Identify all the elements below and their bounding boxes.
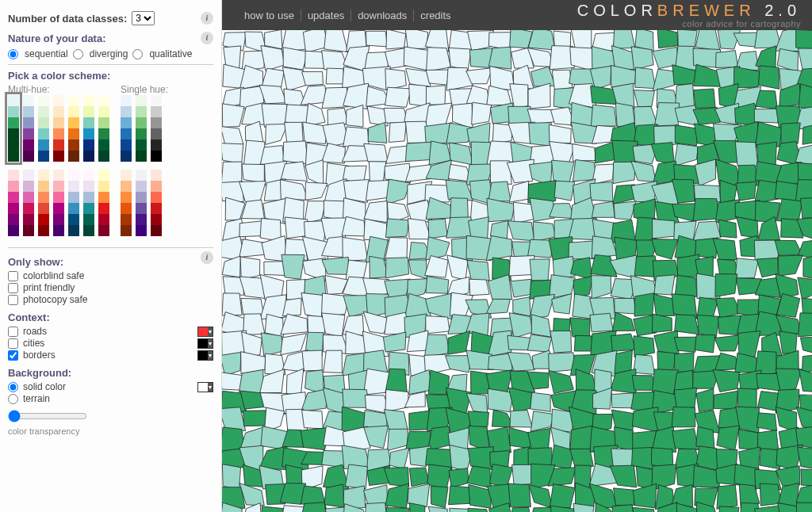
- color-ramp[interactable]: [38, 95, 49, 162]
- nav-downloads[interactable]: downloads: [351, 10, 414, 21]
- county-polygon: [282, 254, 304, 279]
- county-polygon: [530, 392, 551, 411]
- color-ramp[interactable]: [23, 170, 34, 236]
- county-polygon: [324, 350, 343, 373]
- county-polygon: [427, 426, 451, 451]
- county-polygon: [798, 277, 812, 300]
- context-option[interactable]: roads▾: [8, 326, 213, 337]
- nav-updates[interactable]: updates: [301, 10, 351, 21]
- county-polygon: [405, 30, 428, 49]
- nature-option[interactable]: sequential: [8, 48, 68, 59]
- county-polygon: [486, 299, 510, 314]
- county-polygon: [262, 506, 284, 512]
- county-polygon: [241, 298, 264, 315]
- color-ramp[interactable]: [136, 170, 147, 236]
- color-ramp[interactable]: [83, 95, 94, 162]
- county-polygon: [385, 483, 408, 508]
- color-ramp[interactable]: [8, 170, 19, 236]
- color-ramp[interactable]: [68, 170, 79, 236]
- transparency-label: color transparency: [8, 426, 213, 436]
- county-polygon: [508, 221, 534, 241]
- color-ramp[interactable]: [121, 95, 132, 162]
- county-polygon: [654, 275, 675, 295]
- color-ramp[interactable]: [8, 95, 19, 162]
- county-polygon: [513, 297, 531, 317]
- context-option[interactable]: cities▾: [8, 338, 213, 349]
- county-polygon: [614, 201, 636, 220]
- county-polygon: [674, 337, 697, 352]
- county-polygon: [529, 485, 553, 509]
- county-polygon: [549, 124, 571, 143]
- county-polygon: [531, 315, 551, 337]
- county-polygon: [775, 240, 802, 255]
- background-option[interactable]: solid color▾: [8, 381, 213, 392]
- color-ramp[interactable]: [136, 95, 147, 162]
- county-polygon: [574, 335, 592, 351]
- county-polygon: [467, 261, 489, 281]
- county-polygon: [488, 275, 511, 300]
- county-polygon: [385, 69, 406, 90]
- county-polygon: [428, 370, 449, 395]
- county-polygon: [283, 48, 308, 70]
- county-polygon: [554, 181, 575, 201]
- county-polygon: [736, 181, 756, 201]
- nav-credits[interactable]: credits: [414, 10, 457, 21]
- county-polygon: [674, 143, 699, 166]
- num-classes-select[interactable]: 3: [132, 11, 155, 25]
- nature-option[interactable]: diverging: [73, 48, 128, 59]
- county-polygon: [427, 48, 451, 72]
- transparency-slider[interactable]: [8, 410, 87, 422]
- nav-howto[interactable]: how to use: [238, 10, 301, 21]
- county-polygon: [385, 87, 412, 107]
- county-polygon: [240, 257, 260, 280]
- county-polygon: [365, 502, 387, 512]
- county-polygon: [449, 48, 471, 71]
- county-polygon: [800, 197, 812, 218]
- info-icon[interactable]: i: [201, 12, 213, 25]
- county-polygon: [449, 486, 472, 505]
- county-polygon: [694, 89, 715, 109]
- county-polygon: [530, 198, 554, 221]
- filter-checkbox[interactable]: photocopy safe: [8, 294, 213, 305]
- county-polygon: [718, 506, 739, 512]
- county-polygon: [449, 143, 473, 165]
- county-polygon: [305, 182, 327, 200]
- color-ramp[interactable]: [83, 170, 94, 236]
- scheme-picker: Multi-hue: Single hue:: [8, 84, 213, 244]
- color-ramp[interactable]: [23, 95, 34, 162]
- county-polygon: [590, 181, 613, 201]
- color-ramp[interactable]: [151, 95, 162, 162]
- county-polygon: [590, 313, 613, 332]
- info-icon[interactable]: i: [201, 251, 213, 264]
- county-polygon: [302, 410, 324, 429]
- color-ramp[interactable]: [151, 170, 162, 236]
- county-polygon: [426, 316, 450, 334]
- nature-option[interactable]: qualitative: [132, 48, 192, 59]
- color-ramp[interactable]: [53, 170, 64, 236]
- county-polygon: [799, 48, 812, 71]
- info-icon[interactable]: i: [201, 32, 213, 44]
- background-option[interactable]: terrain: [8, 393, 213, 404]
- county-polygon: [280, 180, 308, 201]
- county-polygon: [530, 259, 550, 281]
- county-polygon: [735, 258, 758, 278]
- county-polygon: [781, 123, 800, 143]
- context-option[interactable]: borders▾: [8, 350, 213, 361]
- county-polygon: [488, 181, 511, 201]
- color-ramp[interactable]: [53, 95, 64, 162]
- background-label: Background:: [8, 367, 213, 379]
- color-ramp[interactable]: [98, 95, 109, 162]
- county-polygon: [657, 30, 678, 48]
- filter-checkbox[interactable]: colorblind safe: [8, 270, 213, 281]
- color-ramp[interactable]: [68, 95, 79, 162]
- county-polygon: [426, 86, 445, 105]
- color-ramp[interactable]: [98, 170, 109, 236]
- county-polygon: [384, 468, 408, 487]
- county-polygon: [634, 354, 655, 374]
- color-ramp[interactable]: [38, 170, 49, 236]
- filter-checkbox[interactable]: print friendly: [8, 282, 213, 293]
- county-polygon: [672, 407, 695, 426]
- county-polygon: [222, 143, 243, 164]
- color-ramp[interactable]: [121, 170, 132, 236]
- county-polygon: [389, 122, 406, 143]
